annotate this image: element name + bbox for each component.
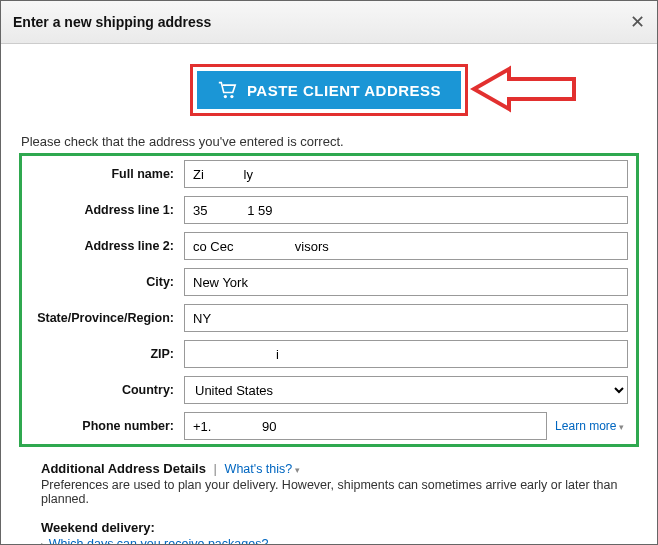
pointer-arrow-icon	[464, 64, 584, 114]
svg-point-0	[224, 95, 227, 98]
row-address2: Address line 2:	[22, 228, 636, 264]
paste-highlight-box: PASTE CLIENT ADDRESS	[190, 64, 468, 116]
preferences-text: Preferences are used to plan your delive…	[41, 478, 639, 506]
close-icon: ✕	[630, 12, 645, 32]
label-zip: ZIP:	[22, 347, 184, 361]
country-select[interactable]: United States	[184, 376, 628, 404]
paste-button-label: PASTE CLIENT ADDRESS	[247, 82, 441, 99]
modal-content: PASTE CLIENT ADDRESS Please check that t…	[1, 44, 657, 545]
separator: |	[214, 461, 217, 476]
paste-button-container: PASTE CLIENT ADDRESS	[19, 64, 639, 116]
row-full-name: Full name:	[22, 156, 636, 192]
city-field[interactable]	[184, 268, 628, 296]
weekend-delivery: Weekend delivery: Which days can you rec…	[19, 520, 639, 545]
row-country: Country: United States	[22, 372, 636, 408]
row-city: City:	[22, 264, 636, 300]
label-state: State/Province/Region:	[22, 311, 184, 325]
label-city: City:	[22, 275, 184, 289]
additional-title: Additional Address Details	[41, 461, 206, 476]
label-address1: Address line 1:	[22, 203, 184, 217]
whats-this-link[interactable]: What's this?	[225, 462, 300, 476]
modal-header: Enter a new shipping address ✕	[1, 1, 657, 44]
modal-title: Enter a new shipping address	[13, 14, 211, 30]
zip-field[interactable]	[184, 340, 628, 368]
address-line-2-field[interactable]	[184, 232, 628, 260]
row-zip: ZIP:	[22, 336, 636, 372]
label-address2: Address line 2:	[22, 239, 184, 253]
state-field[interactable]	[184, 304, 628, 332]
svg-marker-2	[474, 69, 574, 109]
cart-icon	[217, 81, 237, 99]
label-country: Country:	[22, 383, 184, 397]
phone-field[interactable]	[184, 412, 547, 440]
row-phone: Phone number: Learn more	[22, 408, 636, 444]
label-full-name: Full name:	[22, 167, 184, 181]
full-name-field[interactable]	[184, 160, 628, 188]
instruction-text: Please check that the address you've ent…	[19, 134, 639, 149]
weekend-link[interactable]: Which days can you receive packages?	[41, 537, 639, 545]
additional-details: Additional Address Details | What's this…	[19, 461, 639, 506]
row-state: State/Province/Region:	[22, 300, 636, 336]
svg-point-1	[230, 95, 233, 98]
weekend-title: Weekend delivery:	[41, 520, 639, 535]
paste-client-address-button[interactable]: PASTE CLIENT ADDRESS	[197, 71, 461, 109]
close-button[interactable]: ✕	[630, 11, 645, 33]
learn-more-link[interactable]: Learn more	[555, 419, 624, 433]
address-line-1-field[interactable]	[184, 196, 628, 224]
row-address1: Address line 1:	[22, 192, 636, 228]
label-phone: Phone number:	[22, 419, 184, 433]
address-form: Full name: Address line 1: Address line …	[19, 153, 639, 447]
